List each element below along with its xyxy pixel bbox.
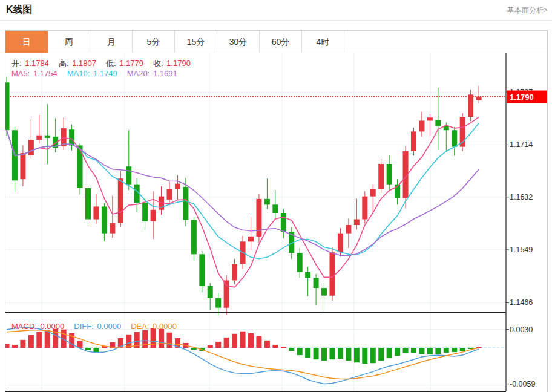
macd-bar-positive — [126, 335, 131, 348]
readout-item: MA10: 1.1749 — [67, 69, 117, 78]
candle-up — [175, 184, 180, 189]
macd-bar-positive — [28, 335, 34, 348]
y-axis-label: -0.0059 — [510, 380, 535, 388]
readout-item: MA20: 1.1691 — [127, 69, 177, 78]
candle-up — [370, 189, 376, 197]
macd-bar-negative — [321, 348, 327, 361]
candle-up — [118, 178, 123, 223]
candle-up — [61, 128, 67, 146]
candle-down — [199, 254, 205, 286]
candle-down — [264, 199, 270, 204]
kline-panel: 日周月5分15分30分60分4时 1.17971.17141.16321.154… — [5, 30, 548, 392]
candle-up — [28, 140, 34, 155]
candle-up — [338, 234, 343, 253]
candle-down — [387, 164, 392, 185]
candle-down — [215, 298, 221, 308]
macd-bar-negative — [435, 348, 441, 354]
fundamental-analysis-link[interactable]: 基本面分析> — [507, 5, 548, 16]
macd-bar-positive — [272, 345, 278, 348]
tab-60min[interactable]: 60分 — [260, 31, 302, 53]
macd-bar-negative — [403, 348, 409, 353]
tab-30min[interactable]: 30分 — [217, 31, 260, 53]
candle-down — [321, 288, 327, 296]
candle-down — [281, 213, 286, 232]
candle-down — [297, 253, 303, 272]
title-divider — [0, 20, 552, 21]
macd-bar-negative — [93, 348, 99, 352]
candle-down — [126, 166, 131, 184]
y-axis-label: 1.1632 — [510, 193, 533, 201]
macd-bar-positive — [215, 342, 221, 348]
candle-down — [208, 286, 213, 298]
candle-up — [427, 117, 433, 120]
candle-up — [419, 120, 424, 131]
candle-up — [151, 210, 156, 221]
candle-down — [69, 129, 74, 145]
ma-readout: MA5: 1.1754MA10: 1.1749MA20: 1.1691 — [12, 69, 187, 78]
candle-down — [452, 130, 457, 146]
macd-bar-positive — [208, 345, 213, 348]
tab-week[interactable]: 周 — [48, 31, 90, 53]
macd-bar-negative — [452, 348, 457, 352]
candle-down — [305, 272, 310, 278]
macd-bar-negative — [460, 348, 465, 351]
tab-4hour[interactable]: 4时 — [302, 31, 344, 53]
readout-item: DEA: 0.0000 — [131, 322, 177, 331]
macd-bar-negative — [346, 348, 351, 361]
candle-up — [248, 237, 254, 241]
macd-bar-negative — [338, 348, 343, 359]
macd-bar-negative — [354, 348, 360, 362]
readout-item: 高: 1.1807 — [59, 59, 96, 68]
candle-down — [435, 120, 441, 125]
kline-chart-canvas[interactable]: 1.17971.17141.16321.15491.14660.0030-0.0… — [5, 53, 547, 392]
candle-up — [378, 164, 384, 189]
candle-up — [224, 280, 229, 307]
macd-bar-positive — [224, 338, 229, 348]
candle-up — [20, 153, 25, 179]
macd-bar-positive — [20, 340, 25, 348]
macd-bar-negative — [85, 348, 91, 350]
macd-bar-negative — [387, 348, 392, 358]
tab-day[interactable]: 日 — [5, 31, 48, 53]
macd-bar-positive — [240, 332, 246, 348]
macd-bar-negative — [289, 348, 294, 351]
macd-bar-positive — [159, 329, 164, 348]
candle-up — [93, 206, 99, 219]
macd-bar-positive — [5, 344, 10, 348]
macd-bar-positive — [256, 336, 261, 348]
tab-15min[interactable]: 15分 — [175, 31, 217, 53]
macd-bar-positive — [476, 347, 482, 348]
period-tab-bar: 日周月5分15分30分60分4时 — [5, 31, 547, 53]
candle-up — [36, 136, 42, 140]
macd-bar-negative — [378, 348, 384, 361]
tab-5min[interactable]: 5分 — [133, 31, 175, 53]
macd-bar-negative — [395, 348, 400, 356]
macd-bar-positive — [167, 333, 172, 348]
macd-bar-positive — [36, 332, 42, 348]
candle-down — [191, 220, 197, 255]
candle-down — [77, 146, 83, 188]
readout-item: 收: 1.1790 — [153, 59, 191, 68]
readout-item: MACD: 0.0000 — [12, 322, 64, 331]
macd-bar-negative — [362, 348, 367, 364]
candle-up — [476, 97, 482, 100]
macd-bar-negative — [297, 348, 303, 355]
candle-up — [330, 252, 335, 296]
chart-area: 1.17971.17141.16321.15491.14660.0030-0.0… — [5, 53, 547, 392]
y-axis-label: 0.0030 — [510, 325, 533, 334]
macd-bar-positive — [12, 345, 18, 348]
candle-down — [85, 188, 91, 220]
macd-bar-positive — [45, 330, 50, 348]
macd-bar-positive — [264, 341, 270, 348]
tab-month[interactable]: 月 — [90, 31, 133, 53]
page-title: K线图 — [6, 4, 33, 16]
macd-bar-negative — [444, 348, 449, 353]
candle-up — [232, 264, 237, 280]
candle-up — [354, 220, 360, 225]
macd-bar-negative — [314, 348, 319, 359]
candle-up — [346, 225, 351, 234]
candle-down — [45, 136, 50, 138]
readout-item: 开: 1.1784 — [12, 59, 49, 68]
readout-item: 低: 1.1779 — [106, 59, 143, 68]
macd-bar-positive — [151, 328, 156, 348]
